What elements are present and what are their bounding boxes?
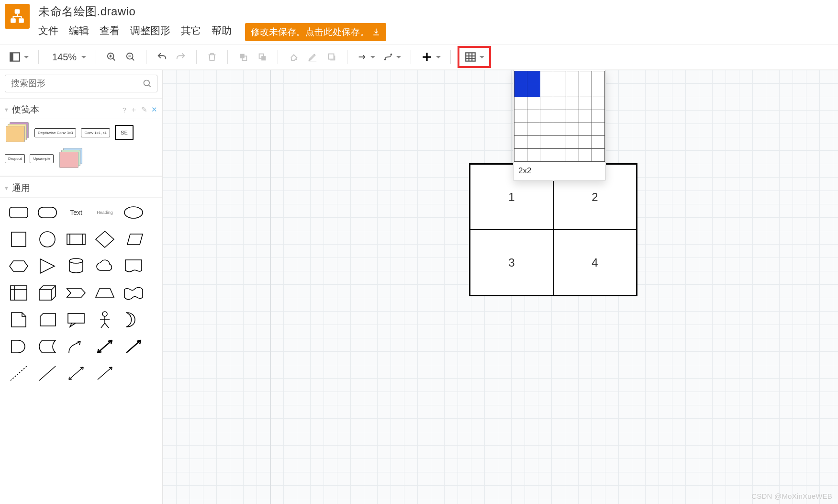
menu-arrange[interactable]: 调整图形 bbox=[130, 24, 170, 42]
shape-tape[interactable] bbox=[121, 282, 146, 304]
shape-cylinder[interactable] bbox=[63, 255, 89, 277]
picker-cell[interactable] bbox=[527, 97, 540, 110]
menu-help[interactable]: 帮助 bbox=[212, 24, 232, 42]
shape-or[interactable] bbox=[121, 309, 146, 331]
shape-square[interactable] bbox=[6, 228, 32, 250]
picker-cell[interactable] bbox=[566, 149, 579, 162]
insert-table-button[interactable] bbox=[461, 48, 487, 66]
shape-rounded-rect[interactable] bbox=[6, 202, 32, 224]
scratchpad-header[interactable]: ▼ 便笺本 ? ＋ ✎ ✕ bbox=[0, 99, 162, 119]
picker-cell[interactable] bbox=[514, 71, 527, 84]
shape-rounded-rect-2[interactable] bbox=[34, 202, 60, 224]
menu-view[interactable]: 查看 bbox=[100, 24, 120, 42]
table-cell-4[interactable]: 4 bbox=[553, 230, 637, 295]
shape-hexagon[interactable] bbox=[6, 255, 32, 277]
shape-note[interactable] bbox=[6, 309, 32, 331]
picker-cell[interactable] bbox=[579, 110, 592, 123]
canvas-table-shape[interactable]: 1 2 3 4 bbox=[469, 163, 637, 296]
picker-cell[interactable] bbox=[579, 84, 592, 97]
add-icon[interactable]: ＋ bbox=[130, 105, 137, 114]
redo-button[interactable] bbox=[172, 48, 190, 66]
picker-cell[interactable] bbox=[553, 110, 566, 123]
unsaved-banner[interactable]: 修改未保存。点击此处保存。 bbox=[245, 23, 386, 41]
shape-arrow[interactable] bbox=[121, 336, 146, 358]
shape-dashed-line[interactable] bbox=[6, 362, 32, 384]
shape-process[interactable] bbox=[63, 228, 89, 250]
shape-diamond[interactable] bbox=[92, 228, 118, 250]
scratch-card-stack-2[interactable] bbox=[58, 148, 83, 169]
picker-cell[interactable] bbox=[540, 123, 553, 136]
shape-step[interactable] bbox=[63, 282, 89, 304]
shape-arrow-thin[interactable] bbox=[92, 362, 118, 384]
connection-style-button[interactable] bbox=[354, 48, 378, 66]
shape-actor[interactable] bbox=[92, 309, 118, 331]
shape-text[interactable]: Text bbox=[63, 202, 89, 224]
picker-cell[interactable] bbox=[553, 84, 566, 97]
canvas[interactable]: 1 2 3 4 2x2 bbox=[163, 70, 838, 504]
shape-triangle[interactable] bbox=[34, 255, 60, 277]
picker-cell[interactable] bbox=[566, 97, 579, 110]
shape-card[interactable] bbox=[34, 309, 60, 331]
picker-cell[interactable] bbox=[527, 136, 540, 149]
picker-cell[interactable] bbox=[579, 97, 592, 110]
shape-callout[interactable] bbox=[63, 309, 89, 331]
menu-file[interactable]: 文件 bbox=[38, 24, 58, 42]
picker-cell[interactable] bbox=[527, 149, 540, 162]
picker-cell[interactable] bbox=[566, 123, 579, 136]
picker-cell[interactable] bbox=[527, 71, 540, 84]
picker-cell[interactable] bbox=[540, 136, 553, 149]
zoom-select[interactable]: 145% bbox=[45, 48, 89, 66]
shape-trapezoid[interactable] bbox=[92, 282, 118, 304]
shape-curve-arrow[interactable] bbox=[63, 336, 89, 358]
picker-cell[interactable] bbox=[553, 136, 566, 149]
shadow-button[interactable] bbox=[323, 48, 340, 66]
picker-cell[interactable] bbox=[540, 97, 553, 110]
picker-cell[interactable] bbox=[553, 149, 566, 162]
undo-button[interactable] bbox=[153, 48, 170, 66]
general-shapes-header[interactable]: ▼ 通用 bbox=[0, 177, 162, 198]
scratch-upsample[interactable]: Upsample bbox=[30, 154, 54, 163]
picker-cell[interactable] bbox=[514, 123, 527, 136]
picker-cell[interactable] bbox=[592, 71, 605, 84]
picker-cell[interactable] bbox=[566, 71, 579, 84]
shape-document[interactable] bbox=[121, 255, 146, 277]
shape-and[interactable] bbox=[6, 336, 32, 358]
shape-circle[interactable] bbox=[34, 228, 60, 250]
scratch-card-stack[interactable] bbox=[5, 122, 30, 143]
menu-extras[interactable]: 其它 bbox=[181, 24, 201, 42]
picker-cell[interactable] bbox=[553, 97, 566, 110]
shape-cloud[interactable] bbox=[92, 255, 118, 277]
zoom-out-button[interactable] bbox=[122, 48, 139, 66]
picker-cell[interactable] bbox=[540, 110, 553, 123]
picker-cell[interactable] bbox=[592, 110, 605, 123]
picker-cell[interactable] bbox=[566, 136, 579, 149]
picker-cell[interactable] bbox=[540, 71, 553, 84]
shape-cube[interactable] bbox=[34, 282, 60, 304]
shape-data-storage[interactable] bbox=[34, 336, 60, 358]
close-icon[interactable]: ✕ bbox=[151, 105, 157, 114]
picker-cell[interactable] bbox=[579, 123, 592, 136]
picker-cell[interactable] bbox=[514, 84, 527, 97]
line-color-button[interactable] bbox=[304, 48, 321, 66]
shape-internal-storage[interactable] bbox=[6, 282, 32, 304]
picker-cell[interactable] bbox=[592, 123, 605, 136]
shape-line[interactable] bbox=[34, 362, 60, 384]
help-icon[interactable]: ? bbox=[123, 106, 126, 114]
shape-bi-arrow[interactable] bbox=[92, 336, 118, 358]
picker-cell[interactable] bbox=[579, 71, 592, 84]
picker-cell[interactable] bbox=[553, 123, 566, 136]
shape-parallelogram[interactable] bbox=[121, 228, 146, 250]
delete-button[interactable] bbox=[203, 48, 221, 66]
picker-cell[interactable] bbox=[566, 110, 579, 123]
scratch-depthwise[interactable]: Depthwise Conv 3x3 bbox=[34, 128, 76, 137]
table-size-grid[interactable] bbox=[514, 71, 605, 162]
picker-cell[interactable] bbox=[514, 136, 527, 149]
picker-cell[interactable] bbox=[579, 136, 592, 149]
menu-edit[interactable]: 编辑 bbox=[69, 24, 89, 42]
waypoint-style-button[interactable] bbox=[380, 48, 404, 66]
picker-cell[interactable] bbox=[566, 84, 579, 97]
zoom-in-button[interactable] bbox=[103, 48, 120, 66]
app-logo[interactable] bbox=[5, 4, 30, 29]
picker-cell[interactable] bbox=[592, 136, 605, 149]
picker-cell[interactable] bbox=[592, 97, 605, 110]
